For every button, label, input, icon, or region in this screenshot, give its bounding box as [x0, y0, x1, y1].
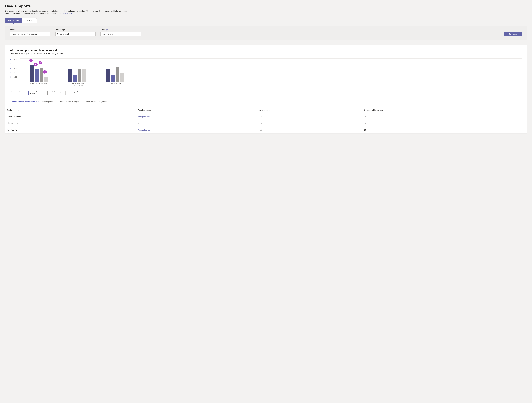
view-switch-tabs: View reports Download — [5, 18, 527, 23]
cell-change-notification-sent: 10 — [363, 127, 527, 133]
y-axis-left: 30k24k18k12k6k0 — [10, 58, 12, 82]
table-header[interactable]: Attempt count — [258, 107, 362, 113]
sub-tab[interactable]: Teams change notification API — [11, 99, 38, 104]
table-row: Babak ShammasAssign license1210 — [5, 113, 527, 120]
legend-item: Seeded capacity — [47, 91, 61, 95]
legend-swatch — [10, 91, 10, 95]
y-axis-right: 5004003002001000 — [14, 58, 17, 82]
table-row: Hilary ReyesYes1310 — [5, 120, 527, 127]
chart-bar — [40, 68, 44, 82]
sort-icon: ↓ — [18, 109, 19, 111]
date-range-input[interactable]: Current month — [55, 32, 95, 36]
legend-swatch — [65, 91, 66, 95]
apps-label: Apps i — [101, 29, 141, 31]
chart-bar — [44, 77, 48, 82]
cell-change-notification-sent: 10 — [363, 113, 527, 120]
legend-item: Users without license — [28, 91, 43, 95]
chart-bar — [120, 73, 124, 82]
chart-annotation: 3 — [29, 58, 33, 63]
page-title: Usage reports — [5, 4, 527, 8]
assign-license-link[interactable]: Assign license — [138, 129, 150, 131]
sub-tabs: Teams change notification APITeams patch… — [11, 98, 521, 104]
chevron-down-icon: ⌄ — [47, 33, 49, 35]
chart-bar — [73, 75, 77, 82]
cell-display-name: Hilary Reyes — [5, 120, 136, 127]
legend-label: Users without license — [30, 91, 43, 95]
learn-more-link[interactable]: Learn more — [62, 13, 72, 15]
cell-required-license: Assign license — [136, 127, 258, 133]
tab-download[interactable]: Download — [22, 18, 37, 23]
chart-bar — [107, 69, 110, 82]
cell-attempt-count: 12 — [258, 127, 362, 133]
cell-required-license: Yes — [136, 120, 258, 127]
sub-tab[interactable]: Teams export APIs (teams) — [85, 99, 108, 104]
chart-category-label: Teams change notification API — [30, 83, 50, 84]
cell-attempt-count: 12 — [258, 113, 362, 120]
report-label: Report — [10, 29, 51, 31]
chart-annotation: 5 — [38, 60, 43, 65]
field-report: Report Information protection license ⌄ — [10, 29, 51, 36]
chart-bar — [82, 69, 86, 83]
chart-category-label: Teams export API(chat + teams) — [72, 83, 84, 86]
cell-required-license: Assign license — [136, 113, 258, 120]
filters-panel: Report Information protection license ⌄ … — [5, 26, 527, 40]
table-header[interactable]: Required license — [136, 107, 258, 113]
field-date-range: Date range Current month — [55, 29, 95, 36]
legend-item: Users with license — [10, 91, 24, 95]
sub-tab[interactable]: Teams export APIs (chat) — [60, 99, 81, 104]
tab-view-reports[interactable]: View reports — [5, 18, 22, 23]
apps-value: Archival app — [102, 33, 113, 35]
chart: 30k24k18k12k6k0 5004003002001000 Teams c… — [5, 58, 527, 86]
plot-area: Teams change notification API3456Teams e… — [19, 58, 522, 86]
legend-label: Users with license — [11, 91, 24, 93]
table-header[interactable]: Display name↓ — [5, 107, 136, 113]
chart-category-label: Teams patch API — [110, 83, 122, 84]
cell-display-name: Babak Shammas — [5, 113, 136, 120]
chart-bar — [30, 65, 34, 82]
report-card: Information protection license report Au… — [5, 45, 527, 133]
apps-input[interactable]: Archival app — [101, 32, 141, 36]
legend-label: Seeded capacity — [49, 91, 61, 93]
report-dropdown[interactable]: Information protection license ⌄ — [10, 32, 51, 36]
chart-bar — [68, 69, 72, 82]
data-table: Display name↓Required licenseAttempt cou… — [5, 107, 527, 133]
date-range-label: Date range — [55, 29, 95, 31]
cell-change-notification-sent: 10 — [363, 120, 527, 127]
chart-bar — [35, 69, 39, 83]
date-range-value: Current month — [57, 33, 69, 35]
info-icon[interactable]: i — [106, 29, 108, 31]
assign-license-link[interactable]: Assign license — [138, 115, 150, 118]
cell-attempt-count: 13 — [258, 120, 362, 127]
chart-cluster: Teams patch API — [107, 58, 126, 82]
legend-item: Utilized capacity — [65, 91, 78, 95]
table-header[interactable]: Change notification sent — [363, 107, 527, 113]
report-meta: Aug 7, 2021 11:59 am (PT) | Date range: … — [10, 53, 522, 55]
cell-display-name: Roy Appleton — [5, 127, 136, 133]
sub-tab[interactable]: Teams patch API — [42, 99, 56, 104]
run-report-button[interactable]: Run report — [504, 32, 522, 36]
legend-label: Utilized capacity — [67, 91, 78, 93]
chart-bar — [111, 75, 115, 82]
chart-cluster: Teams export API(chat + teams) — [68, 58, 87, 82]
field-apps: Apps i Archival app — [101, 29, 141, 36]
report-dropdown-value: Information protection license — [12, 33, 37, 35]
report-title: Information protection license report — [10, 49, 522, 52]
page-subtitle: Usage reports will help you create diffe… — [5, 10, 127, 15]
chart-bar — [116, 67, 120, 82]
chart-cluster: Teams change notification API3456 — [30, 58, 49, 82]
chart-legend: Users with licenseUsers without licenseS… — [5, 86, 527, 98]
legend-swatch — [28, 91, 29, 95]
table-row: Roy AppletonAssign license1210 — [5, 127, 527, 133]
legend-swatch — [47, 91, 48, 95]
chart-bar — [78, 69, 82, 83]
